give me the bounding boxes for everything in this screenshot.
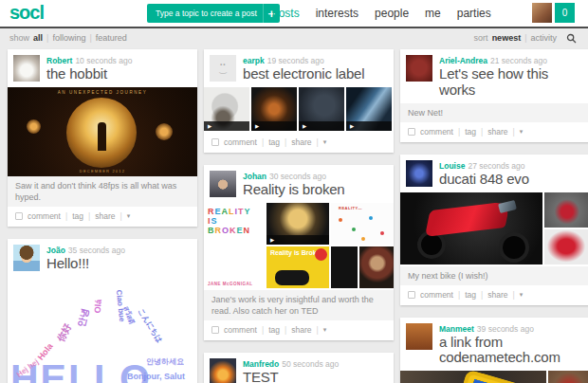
post-title[interactable]: TEST [243,370,339,383]
filter-following[interactable]: following [52,33,85,43]
post-footer: comment tag share ▾ [204,133,394,153]
main-nav: posts interests people me parties [272,0,491,27]
nav-me[interactable]: me [425,7,441,20]
tag-link[interactable]: tag [268,137,280,147]
post-author[interactable]: Johan [243,172,266,181]
video-thumbnail[interactable] [299,87,344,131]
avatar[interactable] [13,55,40,82]
avatar[interactable] [406,160,432,187]
wheel-shape [499,232,529,263]
post-author[interactable]: Louise [439,161,465,171]
select-checkbox[interactable] [15,212,23,220]
comment-link[interactable]: comment [224,137,257,147]
filter-all[interactable]: all [33,33,43,43]
post-author[interactable]: Robert [46,56,72,65]
sort-newest[interactable]: newest [492,33,522,43]
share-link[interactable]: share [487,290,507,300]
tag-link[interactable]: tag [268,325,280,335]
comment-link[interactable]: comment [420,127,453,137]
share-link[interactable]: share [95,211,115,221]
motorcycle-thumb[interactable] [544,192,588,228]
post-image-phone[interactable] [400,371,588,383]
video-thumbnail[interactable] [346,87,392,131]
dark-tile [331,246,358,288]
user-avatar[interactable] [532,3,552,23]
socl-logo[interactable]: socl [9,2,44,24]
comment-link[interactable]: comment [420,290,453,300]
avatar[interactable] [406,323,432,350]
post-image-motorcycle[interactable] [400,192,588,266]
avatar[interactable] [13,245,40,271]
post-author[interactable]: Ariel-Andrea [439,56,487,65]
game-controller-icon [275,270,309,285]
sketch-dot [380,231,384,235]
tag-link[interactable]: tag [72,211,83,221]
post-header: Robert10 seconds ago the hobbit [8,49,197,87]
photo-thumb[interactable] [548,371,588,383]
post-author[interactable]: earpk [243,56,265,65]
post-title[interactable]: a link from codenametech.com [439,335,582,367]
avatar[interactable] [406,55,432,82]
nav-posts[interactable]: posts [272,7,300,20]
separator [513,127,515,137]
play-icon[interactable] [204,121,249,131]
more-dropdown-icon[interactable]: ▾ [520,291,524,299]
red-badge-icon [315,248,327,261]
more-dropdown-icon[interactable]: ▾ [323,326,327,334]
post-footer: comment tag share ▾ [400,285,588,305]
more-dropdown-icon[interactable]: ▾ [323,138,327,146]
select-checkbox[interactable] [408,291,415,299]
share-link[interactable]: share [291,325,311,335]
speaker-video-tile[interactable] [266,203,329,245]
motorcycle-thumb[interactable] [544,229,588,264]
nav-parties[interactable]: parties [457,7,491,20]
play-icon[interactable] [299,121,344,131]
nav-interests[interactable]: interests [316,7,358,20]
hello-word-cloud[interactable]: HELLO Hola你好안녕OláCiao bueสวัสดีこんにちは안녕하세… [8,277,197,383]
avatar[interactable] [210,171,236,197]
more-dropdown-icon[interactable]: ▾ [127,212,131,220]
post-image-collage[interactable]: REALITYISBROKEN JANE McGONIGAL Reality i… [204,203,394,290]
post-card-reality: Johan30 seconds ago Reality is broken RE… [204,165,394,340]
comment-link[interactable]: comment [224,325,257,335]
post-footer: comment tag share ▾ [8,207,197,227]
more-dropdown-icon[interactable]: ▾ [520,128,524,136]
search-icon[interactable] [566,33,577,44]
share-link[interactable]: share [487,127,507,137]
play-icon[interactable] [346,121,392,131]
post-title[interactable]: Let's see how this works [439,66,582,99]
tag-link[interactable]: tag [465,127,476,137]
post-author[interactable]: João [46,246,65,255]
post-title[interactable]: Reality is broken [243,182,344,198]
portrait-tile [359,246,394,288]
select-checkbox[interactable] [211,326,219,334]
play-icon[interactable] [266,235,329,245]
select-checkbox[interactable] [211,138,219,146]
select-checkbox[interactable] [408,128,415,136]
sketch-dot [352,228,356,231]
post-image-hobbit-poster[interactable]: AN UNEXPECTED JOURNEY DECEMBER 2012 [8,87,197,176]
notification-badge[interactable]: 0 [555,3,575,23]
post-author[interactable]: Manfredo [243,359,279,369]
avatar[interactable] [210,55,236,82]
nav-people[interactable]: people [375,7,409,20]
cloud-word: こんにちは [136,306,165,345]
post-author[interactable]: Manmeet [439,324,474,334]
avatar[interactable] [210,358,236,383]
comment-link[interactable]: comment [28,211,61,221]
post-title[interactable]: best electronic label [243,66,364,82]
separator [481,127,483,137]
play-icon[interactable] [251,121,297,131]
post-title[interactable]: the hobbit [46,66,132,82]
video-thumbnail[interactable] [251,87,297,131]
create-post-button[interactable]: Type a topic to create a post + [147,4,280,23]
filter-featured[interactable]: featured [96,33,127,43]
tag-link[interactable]: tag [465,290,476,300]
share-link[interactable]: share [291,137,311,147]
sketch-label: REALITY— [339,206,362,210]
post-title[interactable]: Hello!!! [46,256,125,272]
separator [89,33,91,43]
sort-activity[interactable]: activity [530,33,557,43]
post-title[interactable]: ducati 848 evo [439,172,529,188]
video-thumbnail[interactable] [204,87,249,131]
